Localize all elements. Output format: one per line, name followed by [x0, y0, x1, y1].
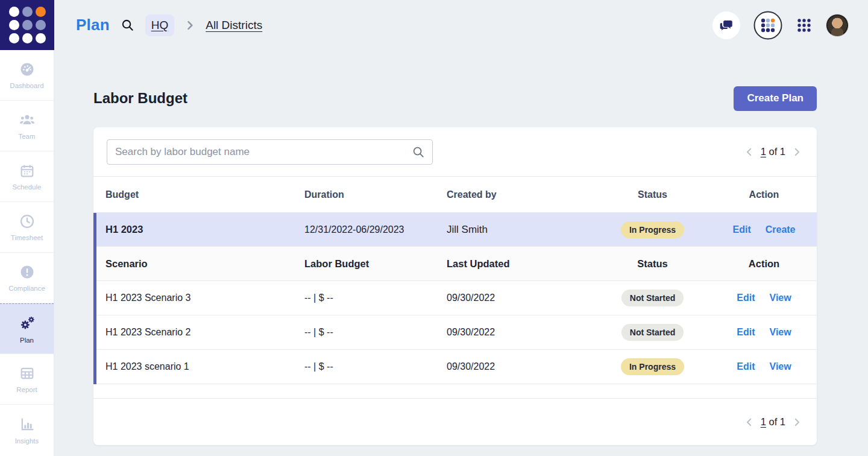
- report-table-icon: [19, 365, 36, 382]
- scenario-row[interactable]: H1 2023 Scenario 2 -- | $ -- 09/30/2022 …: [93, 315, 817, 350]
- status-badge: Not Started: [621, 290, 684, 306]
- sidebar-item-team[interactable]: Team: [0, 101, 54, 151]
- sidebar-item-label: Team: [18, 133, 35, 140]
- budget-table-header: Budget Duration Created by Status Action: [93, 177, 817, 213]
- edit-link[interactable]: Edit: [732, 224, 750, 235]
- brand-dots-circle-icon: [753, 11, 782, 40]
- col-header-status: Status: [594, 258, 711, 270]
- sidebar-item-compliance[interactable]: Compliance: [0, 253, 54, 303]
- next-page-icon[interactable]: [791, 147, 802, 157]
- card-footer: 1 of 1: [93, 398, 817, 445]
- sidebar-item-label: Insights: [15, 437, 39, 445]
- sidebar: Dashboard Team Schedule Timesheet Compli…: [0, 50, 54, 456]
- top-bar: Plan HQ All Districts: [0, 0, 868, 50]
- sidebar-item-plan[interactable]: Plan: [0, 303, 54, 354]
- brand-dots-icon: [9, 7, 46, 43]
- apps-grid-icon: [796, 17, 813, 34]
- col-header-status: Status: [594, 189, 711, 200]
- col-header-budget: Budget: [93, 189, 304, 200]
- col-header-labor-budget: Labor Budget: [304, 258, 447, 270]
- scenario-table-header: Scenario Labor Budget Last Updated Statu…: [93, 247, 817, 281]
- budget-duration: 12/31/2022-06/29/2023: [304, 224, 447, 235]
- budget-name: H1 2023: [93, 224, 304, 235]
- edit-link[interactable]: Edit: [737, 327, 755, 338]
- scenario-name: H1 2023 Scenario 2: [93, 327, 304, 338]
- edit-link[interactable]: Edit: [737, 361, 755, 372]
- scenario-labor-budget: -- | $ --: [304, 327, 447, 338]
- card-toolbar: 1 of 1: [93, 127, 817, 177]
- budget-created-by: Jill Smith: [447, 224, 594, 236]
- prev-page-icon[interactable]: [744, 147, 755, 157]
- app-title: Plan: [76, 16, 110, 34]
- sidebar-item-label: Plan: [20, 337, 34, 344]
- calendar-icon: [19, 162, 36, 179]
- team-icon: [19, 112, 36, 128]
- current-page[interactable]: 1: [761, 146, 766, 157]
- sidebar-item-label: Dashboard: [10, 82, 43, 89]
- page-indicator: 1 of 1: [761, 416, 785, 428]
- page-title: Labor Budget: [93, 90, 187, 107]
- scenario-row[interactable]: H1 2023 scenario 1 -- | $ -- 09/30/2022 …: [93, 350, 817, 384]
- gauge-icon: [19, 61, 36, 78]
- status-badge: In Progress: [621, 221, 684, 238]
- scenario-last-updated: 09/30/2022: [447, 327, 594, 338]
- col-header-scenario: Scenario: [93, 258, 304, 270]
- alert-circle-icon: [19, 264, 36, 280]
- user-avatar[interactable]: [826, 14, 849, 37]
- scenario-row[interactable]: H1 2023 Scenario 3 -- | $ -- 09/30/2022 …: [93, 281, 817, 315]
- search-input[interactable]: [107, 139, 433, 165]
- scenario-labor-budget: -- | $ --: [304, 361, 447, 372]
- scenario-last-updated: 09/30/2022: [447, 361, 594, 372]
- breadcrumb-root[interactable]: HQ: [145, 14, 175, 36]
- bar-chart-icon: [19, 416, 36, 433]
- col-header-created-by: Created by: [447, 189, 594, 200]
- status-badge: Not Started: [621, 324, 684, 341]
- scenario-labor-budget: -- | $ --: [304, 293, 447, 303]
- search-icon[interactable]: [121, 18, 134, 32]
- pagination-bottom: 1 of 1: [744, 416, 802, 428]
- create-plan-button[interactable]: Create Plan: [734, 86, 817, 111]
- budget-row[interactable]: H1 2023 12/31/2022-06/29/2023 Jill Smith…: [93, 213, 817, 247]
- next-page-icon[interactable]: [791, 417, 802, 428]
- sidebar-item-report[interactable]: Report: [0, 354, 54, 405]
- breadcrumb-current[interactable]: All Districts: [206, 19, 262, 32]
- sidebar-item-label: Compliance: [8, 285, 45, 292]
- budget-row-group: H1 2023 12/31/2022-06/29/2023 Jill Smith…: [93, 213, 817, 384]
- chevron-right-icon: [184, 19, 196, 31]
- sidebar-item-label: Schedule: [13, 183, 42, 191]
- clock-icon: [19, 213, 36, 230]
- sidebar-item-timesheet[interactable]: Timesheet: [0, 202, 54, 253]
- view-link[interactable]: View: [770, 293, 791, 303]
- sidebar-item-insights[interactable]: Insights: [0, 405, 54, 455]
- chat-button[interactable]: [712, 11, 740, 39]
- col-header-action: Action: [711, 258, 817, 270]
- apps-menu-button[interactable]: [796, 17, 813, 34]
- scenario-name: H1 2023 scenario 1: [93, 361, 304, 372]
- main-content: Labor Budget Create Plan 1 of 1: [54, 50, 868, 456]
- labor-budget-card: 1 of 1 Budget Duration Created by Status…: [93, 127, 817, 445]
- search-field-icon[interactable]: [412, 145, 425, 161]
- pagination-top: 1 of 1: [744, 146, 802, 157]
- status-badge: In Progress: [621, 358, 684, 375]
- page-indicator: 1 of 1: [761, 146, 785, 157]
- prev-page-icon[interactable]: [744, 417, 755, 428]
- sidebar-item-label: Report: [16, 386, 37, 393]
- col-header-duration: Duration: [304, 189, 447, 200]
- scenario-name: H1 2023 Scenario 3: [93, 293, 304, 303]
- scenario-last-updated: 09/30/2022: [447, 293, 594, 303]
- current-page[interactable]: 1: [761, 416, 766, 427]
- brand-logo[interactable]: [0, 0, 54, 50]
- col-header-action: Action: [711, 189, 817, 200]
- chat-bubbles-icon: [719, 17, 734, 33]
- edit-link[interactable]: Edit: [737, 293, 755, 303]
- view-link[interactable]: View: [770, 327, 791, 338]
- sidebar-item-label: Timesheet: [11, 234, 43, 241]
- col-header-last-updated: Last Updated: [447, 258, 594, 270]
- create-link[interactable]: Create: [766, 224, 796, 235]
- sidebar-item-dashboard[interactable]: Dashboard: [0, 50, 54, 101]
- view-link[interactable]: View: [770, 361, 791, 372]
- sidebar-item-schedule[interactable]: Schedule: [0, 151, 54, 202]
- brand-apps-button[interactable]: [753, 11, 782, 40]
- gears-icon: [18, 314, 36, 332]
